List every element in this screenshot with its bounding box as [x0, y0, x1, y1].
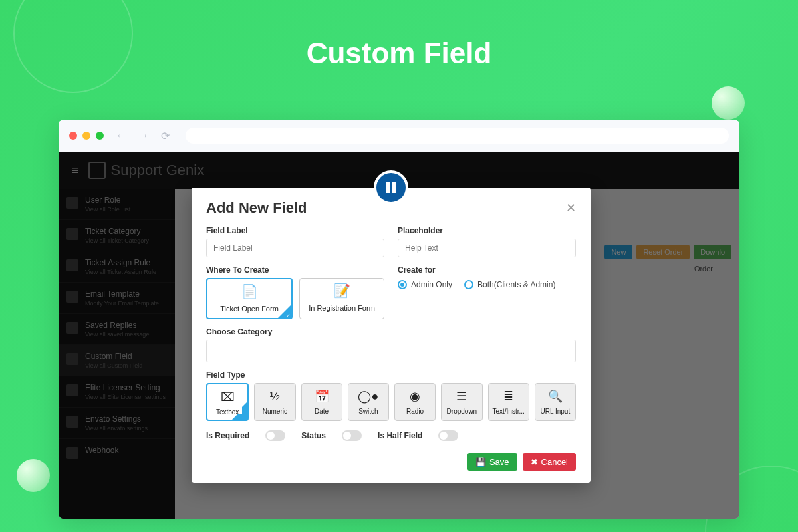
text-instr-icon: ≣ — [490, 388, 527, 405]
field-type-label-text: Date — [303, 408, 340, 415]
field-type-text-instr[interactable]: ≣Text/Instr... — [488, 383, 529, 421]
field-label-input[interactable] — [206, 239, 384, 257]
field-type-date[interactable]: 📅Date — [301, 383, 342, 421]
save-button[interactable]: 💾Save — [467, 453, 517, 471]
decorative-circle — [712, 86, 745, 120]
field-type-label-text: Textbox — [209, 408, 246, 416]
forward-icon[interactable]: → — [138, 130, 149, 142]
where-option-registration[interactable]: 📝 In Registration Form — [299, 278, 384, 319]
decorative-circle — [17, 459, 50, 492]
browser-window: ← → ⟳ ≡ Support Genix User RoleView all … — [59, 120, 739, 519]
field-type-label-text: Radio — [396, 408, 434, 415]
window-maximize-icon[interactable] — [96, 132, 104, 140]
status-label: Status — [301, 431, 326, 440]
window-close-icon[interactable] — [69, 132, 77, 140]
svg-rect-0 — [386, 182, 390, 193]
where-option-ticket-open[interactable]: 📄 Ticket Open Form — [206, 278, 293, 319]
field-type-radio[interactable]: ◉Radio — [394, 383, 436, 421]
is-half-field-label: Is Half Field — [378, 431, 422, 440]
choose-category-select[interactable] — [206, 340, 576, 362]
close-icon: ✖ — [531, 457, 538, 467]
field-type-label-text: Text/Instr... — [490, 408, 527, 415]
numeric-icon: ½ — [256, 388, 293, 405]
field-type-label-text: Dropdown — [443, 408, 480, 415]
is-half-field-toggle[interactable] — [438, 430, 458, 441]
reload-icon[interactable]: ⟳ — [161, 130, 170, 142]
close-icon[interactable]: ✕ — [566, 201, 576, 215]
cancel-button-label: Cancel — [541, 457, 568, 467]
where-option-label: In Registration Form — [309, 304, 375, 312]
cancel-button[interactable]: ✖Cancel — [523, 453, 576, 471]
field-type-numeric[interactable]: ½Numeric — [254, 383, 295, 421]
radio-both[interactable]: Both(Clients & Admin) — [464, 280, 555, 289]
radio-dot-icon — [398, 280, 407, 289]
window-minimize-icon[interactable] — [82, 132, 90, 140]
status-toggle[interactable] — [342, 430, 362, 441]
is-required-toggle[interactable] — [265, 430, 285, 441]
field-type-switch[interactable]: ◯●Switch — [348, 383, 389, 421]
decorative-circle — [13, 0, 133, 93]
choose-category-label: Choose Category — [206, 327, 576, 336]
document-icon: 📄 — [210, 283, 289, 299]
textbox-icon: ⌧ — [209, 388, 246, 406]
is-required-label: Is Required — [206, 431, 249, 440]
modal-badge-icon — [374, 170, 408, 205]
field-type-label: Field Type — [206, 370, 576, 380]
switch-icon: ◯● — [350, 388, 387, 405]
field-type-url[interactable]: 🔍URL Input — [535, 383, 576, 421]
edit-document-icon: 📝 — [303, 283, 381, 299]
radio-admin-only[interactable]: Admin Only — [398, 280, 452, 289]
field-type-label-text: Switch — [350, 408, 387, 415]
where-create-label: Where To Create — [206, 265, 384, 275]
save-icon: 💾 — [475, 457, 486, 467]
dropdown-icon: ☰ — [443, 388, 480, 405]
add-field-modal: Add New Field ✕ Field Label Placeholder … — [192, 188, 591, 483]
field-type-label-text: Numeric — [256, 408, 293, 415]
save-button-label: Save — [489, 457, 509, 467]
modal-title: Add New Field — [206, 200, 307, 217]
create-for-label: Create for — [398, 265, 576, 275]
field-type-label-text: URL Input — [537, 408, 574, 415]
radio-dot-icon — [464, 280, 473, 289]
url-icon: 🔍 — [537, 388, 574, 405]
radio-label: Both(Clients & Admin) — [477, 280, 555, 289]
radio-label: Admin Only — [411, 280, 452, 289]
placeholder-input[interactable] — [398, 239, 576, 257]
placeholder-label: Placeholder — [398, 226, 576, 235]
field-type-dropdown[interactable]: ☰Dropdown — [441, 383, 482, 421]
where-option-label: Ticket Open Form — [220, 305, 279, 313]
svg-rect-1 — [392, 182, 396, 193]
calendar-icon: 📅 — [303, 388, 340, 405]
url-input[interactable] — [186, 128, 729, 144]
app-viewport: ≡ Support Genix User RoleView all Role L… — [59, 152, 739, 519]
back-icon[interactable]: ← — [116, 130, 126, 142]
browser-chrome: ← → ⟳ — [59, 120, 739, 152]
radio-icon: ◉ — [396, 388, 434, 405]
field-type-textbox[interactable]: ⌧Textbox — [206, 383, 249, 421]
field-label-label: Field Label — [206, 226, 384, 235]
